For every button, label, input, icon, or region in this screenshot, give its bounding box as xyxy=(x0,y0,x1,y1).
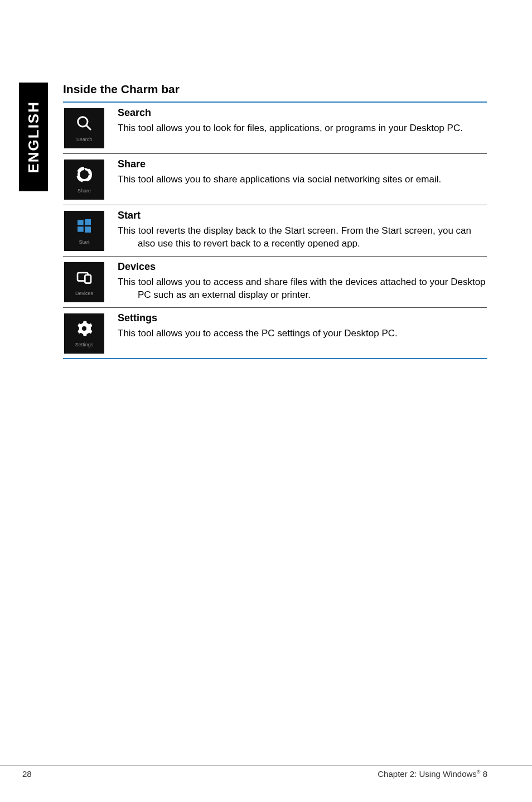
share-tile: Share xyxy=(64,160,104,200)
section-title: Inside the Charm bar xyxy=(63,83,487,96)
chapter-suffix: 8 xyxy=(480,769,487,779)
charm-heading: Search xyxy=(118,107,487,119)
svg-line-1 xyxy=(86,125,91,130)
tile-label: Settings xyxy=(75,342,94,347)
charm-row-settings: Settings Settings This tool allows you t… xyxy=(63,308,487,359)
charm-icon-cell: Settings xyxy=(63,312,113,354)
devices-tile: Devices xyxy=(64,262,104,302)
settings-icon xyxy=(75,320,93,340)
charm-desc: This tool allows you to access and share… xyxy=(138,276,487,302)
page-content: Inside the Charm bar Search Search This … xyxy=(63,83,487,359)
chapter-prefix: Chapter 2: Using Windows xyxy=(378,769,477,779)
charm-desc: This tool allows you to share applicatio… xyxy=(138,173,487,186)
svg-rect-6 xyxy=(85,226,91,233)
charm-heading: Share xyxy=(118,158,487,170)
page-number: 28 xyxy=(22,769,32,779)
svg-rect-4 xyxy=(85,219,91,225)
svg-rect-3 xyxy=(78,220,84,225)
charm-heading: Devices xyxy=(118,261,487,273)
chapter-label: Chapter 2: Using Windows® 8 xyxy=(378,769,487,779)
charm-text: Start This tool reverts the display back… xyxy=(113,210,487,250)
svg-rect-5 xyxy=(78,226,84,231)
charm-row-share: Share Share This tool allows you to shar… xyxy=(63,154,487,205)
search-tile: Search xyxy=(64,108,104,148)
svg-rect-8 xyxy=(85,275,91,283)
share-icon xyxy=(75,166,93,186)
charm-text: Share This tool allows you to share appl… xyxy=(113,158,487,186)
charm-desc: This tool allows you to look for files, … xyxy=(138,122,487,135)
charm-row-search: Search Search This tool allows you to lo… xyxy=(63,103,487,154)
start-icon xyxy=(75,217,93,237)
charm-desc: This tool allows you to access the PC se… xyxy=(138,327,487,340)
charm-row-start: Start Start This tool reverts the displa… xyxy=(63,205,487,257)
svg-point-0 xyxy=(78,117,88,127)
charm-icon-cell: Start xyxy=(63,210,113,251)
charm-table: Search Search This tool allows you to lo… xyxy=(63,102,487,359)
settings-tile: Settings xyxy=(64,313,104,354)
charm-text: Settings This tool allows you to access … xyxy=(113,312,487,340)
charm-icon-cell: Search xyxy=(63,107,113,148)
charm-text: Search This tool allows you to look for … xyxy=(113,107,487,135)
start-tile: Start xyxy=(64,211,104,251)
charm-text: Devices This tool allows you to access a… xyxy=(113,261,487,302)
search-icon xyxy=(75,114,93,134)
charm-desc: This tool reverts the display back to th… xyxy=(138,225,487,250)
charm-icon-cell: Devices xyxy=(63,261,113,302)
tile-label: Share xyxy=(78,188,91,194)
tile-label: Search xyxy=(76,137,93,142)
charm-heading: Settings xyxy=(118,312,487,324)
charm-icon-cell: Share xyxy=(63,158,113,200)
charm-heading: Start xyxy=(118,210,487,221)
language-tab: ENGLISH xyxy=(19,83,48,191)
page-footer: 28 Chapter 2: Using Windows® 8 xyxy=(0,765,532,779)
devices-icon xyxy=(75,268,93,288)
tile-label: Start xyxy=(79,239,89,245)
tile-label: Devices xyxy=(75,291,93,296)
svg-point-9 xyxy=(82,326,86,331)
language-tab-text: ENGLISH xyxy=(25,101,42,173)
charm-row-devices: Devices Devices This tool allows you to … xyxy=(63,257,487,308)
